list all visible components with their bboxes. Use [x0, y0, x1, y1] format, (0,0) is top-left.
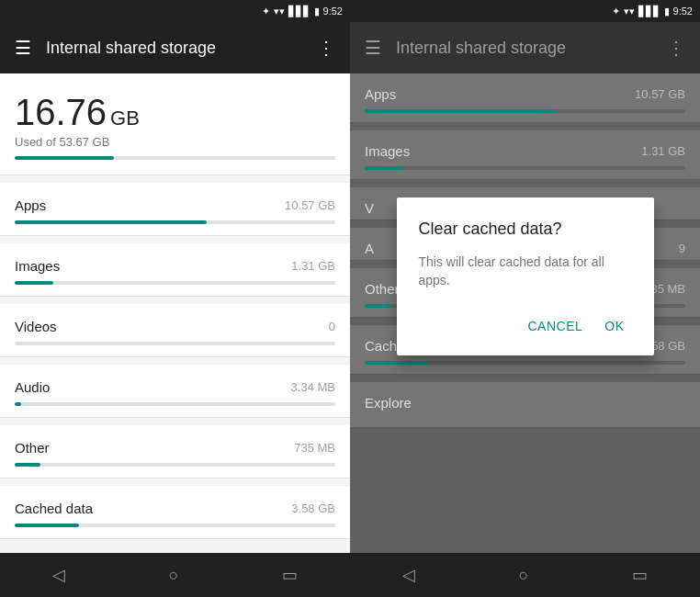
content-left: 16.76 GB Used of 53.67 GB Apps 10.57 GB …	[0, 73, 350, 553]
list-item-audio[interactable]: Audio 3.34 MB	[0, 365, 350, 418]
recent-icon-left[interactable]: ▭	[282, 565, 298, 585]
phone-right: ✦ ▾▾ ▋▋▋ ▮ 9:52 ☰ Internal shared storag…	[350, 0, 700, 597]
list-label-apps: Apps	[15, 197, 46, 213]
list-item-apps[interactable]: Apps 10.57 GB	[0, 183, 350, 236]
battery-icon: ▮	[314, 6, 320, 17]
list-bar-videos	[15, 342, 335, 345]
list-label-cached: Cached data	[15, 501, 93, 516]
cancel-button[interactable]: CANCEL	[520, 311, 590, 341]
list-value-apps: 10.57 GB	[285, 198, 335, 212]
list-item-videos[interactable]: Videos 0	[0, 304, 350, 357]
nav-bar-right: ◁ ○ ▭	[350, 553, 700, 597]
ok-button[interactable]: OK	[597, 311, 631, 341]
time-left: 9:52	[323, 6, 343, 17]
app-bar-left: ☰ Internal shared storage ⋮	[0, 22, 350, 73]
wifi-icon: ▾▾	[274, 6, 285, 17]
overflow-icon-left[interactable]: ⋮	[317, 37, 335, 59]
list-value-other: 735 MB	[294, 441, 335, 455]
list-bar-cached	[15, 524, 335, 527]
list-label-other: Other	[15, 440, 50, 456]
app-bar-title-left: Internal shared storage	[46, 39, 302, 58]
list-label-audio: Audio	[15, 379, 50, 395]
status-icons-left: ✦ ▾▾ ▋▋▋ ▮ 9:52	[262, 6, 343, 17]
clear-cache-dialog: Clear cached data? This will clear cache…	[397, 197, 654, 355]
back-icon-right[interactable]: ◁	[402, 565, 415, 585]
menu-icon-left[interactable]: ☰	[15, 37, 31, 59]
list-value-cached: 3.58 GB	[291, 501, 335, 515]
list-label-videos: Videos	[15, 319, 57, 334]
signal-icon: ▋▋▋	[288, 6, 310, 17]
home-icon-left[interactable]: ○	[169, 566, 179, 585]
dialog-title: Clear cached data?	[419, 220, 632, 239]
status-bar-left: ✦ ▾▾ ▋▋▋ ▮ 9:52	[0, 0, 350, 22]
list-item-cached[interactable]: Cached data 3.58 GB	[0, 486, 350, 539]
storage-size-display: 16.76 GB	[15, 92, 335, 133]
home-icon-right[interactable]: ○	[519, 566, 529, 585]
back-icon-left[interactable]: ◁	[52, 565, 65, 585]
dialog-actions: CANCEL OK	[419, 304, 632, 348]
list-bar-images	[15, 281, 335, 285]
nav-bar-left: ◁ ○ ▭	[0, 553, 350, 597]
phone-left: ✦ ▾▾ ▋▋▋ ▮ 9:52 ☰ Internal shared storag…	[0, 0, 350, 597]
list-item-other[interactable]: Other 735 MB	[0, 425, 350, 479]
list-bar-audio	[15, 402, 335, 406]
list-bar-apps	[15, 220, 335, 224]
dialog-message: This will clear cached data for all apps…	[419, 253, 632, 289]
list-item-images[interactable]: Images 1.31 GB	[0, 243, 350, 297]
storage-bar	[15, 156, 335, 160]
storage-unit: GB	[110, 107, 140, 130]
storage-number: 16.76	[15, 92, 107, 133]
list-label-images: Images	[15, 258, 60, 274]
list-value-images: 1.31 GB	[291, 259, 335, 273]
dialog-overlay: Clear cached data? This will clear cache…	[350, 0, 700, 553]
storage-used-label: Used of 53.67 GB	[15, 135, 335, 149]
storage-bar-fill	[15, 156, 114, 160]
list-value-videos: 0	[329, 320, 335, 333]
list-bar-other	[15, 463, 335, 467]
recent-icon-right[interactable]: ▭	[632, 565, 648, 585]
bluetooth-icon: ✦	[262, 6, 270, 17]
storage-summary: 16.76 GB Used of 53.67 GB	[0, 73, 350, 175]
list-value-audio: 3.34 MB	[291, 380, 335, 394]
